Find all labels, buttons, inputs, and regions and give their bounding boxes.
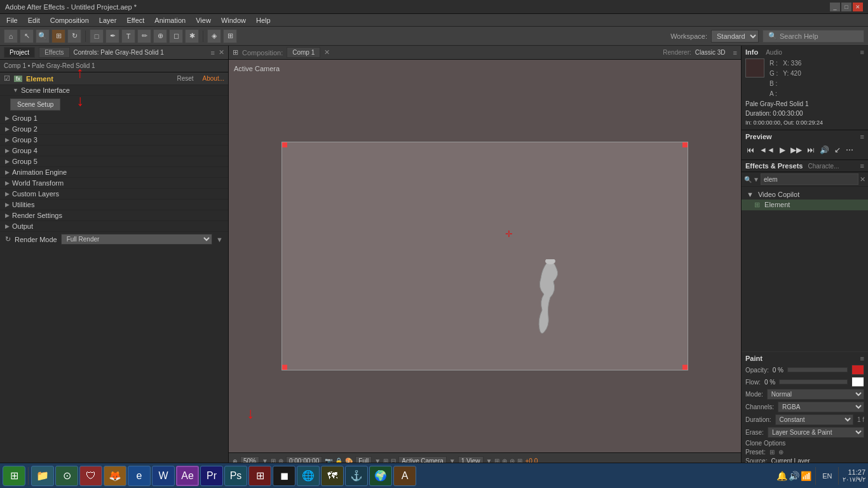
preview-rewind-button[interactable]: ◄◄	[758, 144, 776, 156]
panel-menu-comp[interactable]: ≡	[733, 49, 737, 57]
preset-icon2[interactable]: ⊕	[778, 449, 783, 456]
taskbar-explorer[interactable]: 📁	[31, 466, 54, 486]
render-mode-select[interactable]: Full Render	[61, 234, 212, 245]
paint-erase-select[interactable]: Layer Source & Paint	[768, 427, 864, 438]
panel-close-icon[interactable]: ✕	[219, 48, 224, 57]
start-button[interactable]: ⊞	[3, 466, 25, 486]
menu-composition[interactable]: Composition	[46, 15, 93, 25]
tool-rect[interactable]: □	[90, 29, 104, 43]
character-tab[interactable]: Characte...	[808, 163, 839, 170]
flow-value[interactable]: 0 %	[764, 379, 775, 386]
preview-first-button[interactable]: ⏮	[745, 144, 756, 156]
taskbar-word[interactable]: W	[152, 466, 175, 486]
taskbar-map[interactable]: 🗺	[321, 466, 344, 486]
taskbar-globe[interactable]: 🌍	[369, 466, 392, 486]
output-item[interactable]: ▶ Output	[0, 221, 228, 232]
tool-brush[interactable]: ✏	[137, 29, 151, 43]
minimize-button[interactable]: _	[830, 3, 840, 11]
tool-extra2[interactable]: ⊞	[223, 29, 237, 43]
close-button[interactable]: ✕	[853, 3, 863, 11]
element-reset-button[interactable]: Reset	[177, 75, 193, 82]
info-panel-menu[interactable]: ≡	[860, 48, 864, 56]
taskbar-ship[interactable]: ⚓	[345, 466, 368, 486]
paint-mode-select[interactable]: Normal	[767, 389, 864, 400]
tool-pointer[interactable]: ↖	[20, 29, 34, 43]
preview-forward-button[interactable]: ▶▶	[789, 144, 803, 156]
preset-icon1[interactable]: ⊞	[770, 449, 775, 456]
preview-audio-button[interactable]: 🔊	[818, 144, 831, 156]
effects-panel-menu[interactable]: ≡	[860, 162, 864, 170]
custom-layers-item[interactable]: ▶ Custom Layers	[0, 189, 228, 200]
paint-duration-select[interactable]: Constant	[775, 414, 853, 425]
maximize-button[interactable]: □	[841, 3, 851, 11]
tool-rotate[interactable]: ↻	[67, 29, 81, 43]
taskbar-ie[interactable]: e	[128, 466, 151, 486]
menu-edit[interactable]: Edit	[24, 15, 44, 25]
effects-item-element[interactable]: ⊞ Element	[742, 200, 868, 210]
menu-layer[interactable]: Layer	[95, 15, 121, 25]
taskbar-ae[interactable]: Ae	[176, 466, 199, 486]
tab-project[interactable]: Project	[4, 47, 35, 58]
taskbar-creative[interactable]: ⊞	[248, 466, 271, 486]
preview-more-button[interactable]: ⋯	[844, 144, 855, 156]
menu-help[interactable]: Help	[252, 15, 275, 25]
taskbar-arabic[interactable]: A	[393, 466, 416, 486]
tool-pen[interactable]: ✒	[105, 29, 119, 43]
menu-effect[interactable]: Effect	[123, 15, 148, 25]
tool-active[interactable]: ⊞	[51, 29, 65, 43]
paint-color-swatch[interactable]	[851, 365, 864, 375]
scene-setup-button[interactable]: Scene Setup	[10, 98, 60, 111]
taskbar-norton[interactable]: 🛡	[79, 466, 102, 486]
utilities-item[interactable]: ▶ Utilities	[0, 200, 228, 210]
tool-home[interactable]: ⌂	[4, 29, 18, 43]
tool-puppet[interactable]: ✱	[185, 29, 199, 43]
comp-viewer[interactable]: Active Camera ✛	[229, 60, 741, 452]
tool-zoom[interactable]: 🔍	[36, 29, 50, 43]
preview-last-button[interactable]: ⏭	[806, 144, 816, 156]
taskbar-firefox[interactable]: 🦊	[104, 466, 126, 486]
effects-search-input[interactable]	[761, 173, 858, 185]
world-transform-item[interactable]: ▶ World Transform	[0, 178, 228, 189]
menu-window[interactable]: Window	[217, 15, 250, 25]
lang-indicator[interactable]: EN	[820, 472, 834, 480]
checkbox-icon[interactable]: ☑	[4, 74, 10, 83]
tool-clone[interactable]: ⊕	[153, 29, 167, 43]
panel-menu-icon[interactable]: ≡	[211, 49, 215, 57]
group3-item[interactable]: ▶ Group 3	[0, 135, 228, 146]
effects-group-videocopilot[interactable]: ▼ Video Copilot	[742, 189, 868, 200]
opacity-slider[interactable]	[787, 367, 848, 372]
menu-file[interactable]: File	[3, 15, 22, 25]
taskbar-premiere[interactable]: Pr	[200, 466, 223, 486]
element-about-button[interactable]: About...	[203, 75, 224, 82]
menu-view[interactable]: View	[192, 15, 215, 25]
preview-play-button[interactable]: ▶	[778, 144, 787, 156]
group5-item[interactable]: ▶ Group 5	[0, 156, 228, 167]
group4-item[interactable]: ▶ Group 4	[0, 146, 228, 156]
tool-extra1[interactable]: ◈	[207, 29, 221, 43]
taskbar-photoshop[interactable]: Ps	[224, 466, 247, 486]
paint-panel-menu[interactable]: ≡	[860, 355, 864, 362]
workspace-select[interactable]: Standard	[711, 30, 759, 43]
taskbar-black1[interactable]: ◼	[273, 466, 295, 486]
group2-item[interactable]: ▶ Group 2	[0, 124, 228, 135]
preview-ram-button[interactable]: ↙	[833, 144, 842, 156]
effects-clear-icon[interactable]: ✕	[860, 175, 865, 184]
paint-channels-select[interactable]: RGBA	[778, 402, 864, 412]
taskbar-browser2[interactable]: 🌐	[297, 466, 320, 486]
scene-interface-item[interactable]: ▼ Scene Interface	[0, 85, 228, 96]
menu-animation[interactable]: Animation	[151, 15, 189, 25]
tab-effects[interactable]: Effects	[39, 47, 69, 58]
opacity-value[interactable]: 0 %	[773, 367, 783, 374]
preview-panel-menu[interactable]: ≡	[860, 133, 864, 140]
comp-tab[interactable]: Comp 1	[287, 47, 320, 58]
comp-close-icon[interactable]: ✕	[324, 48, 330, 57]
render-settings-item[interactable]: ▶ Render Settings	[0, 210, 228, 221]
tool-text[interactable]: T	[121, 29, 135, 43]
search-help-box[interactable]: 🔍 Search Help	[763, 30, 864, 43]
taskbar-chrome[interactable]: ⊙	[55, 466, 78, 486]
flow-slider[interactable]	[779, 379, 848, 384]
tool-eraser[interactable]: ◻	[169, 29, 183, 43]
audio-tab[interactable]: Audio	[766, 49, 782, 56]
group1-item[interactable]: ▶ Group 1	[0, 113, 228, 124]
animation-engine-item[interactable]: ▶ Animation Engine	[0, 167, 228, 178]
